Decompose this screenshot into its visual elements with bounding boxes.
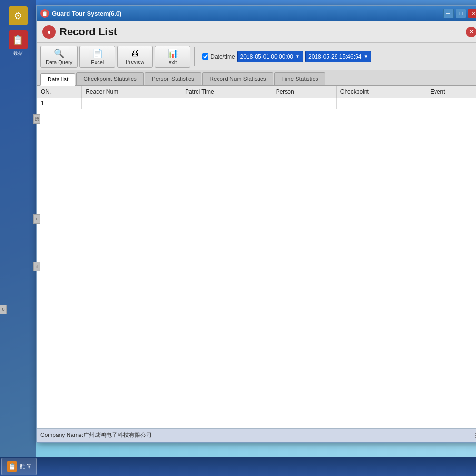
resize-handle[interactable]: ⋮ xyxy=(472,432,476,439)
excel-label: Excel xyxy=(91,60,104,65)
data-query-button[interactable]: 🔍 Data Query xyxy=(40,46,78,68)
tab-person-statistics[interactable]: Person Statistics xyxy=(145,72,201,85)
side-marker-t: t xyxy=(33,214,40,224)
minimize-button[interactable]: ─ xyxy=(443,9,454,18)
cell-reader-num xyxy=(82,98,181,109)
restore-button[interactable]: □ xyxy=(456,9,466,18)
col-checkpoint: Checkpoint xyxy=(336,86,426,98)
cell-person xyxy=(272,98,336,109)
cell-checkpoint xyxy=(336,98,426,109)
table-header-row: ON. Reader Num Patrol Time Person Checkp… xyxy=(37,86,476,98)
excel-icon: 📄 xyxy=(92,48,103,59)
tab-time-statistics[interactable]: Time Statistics xyxy=(274,72,326,85)
panel-title-bar: ● Record List ✕ xyxy=(37,21,476,43)
date-to-value: 2018-05-29 15:46:54 xyxy=(308,53,361,60)
main-window: 📋 Guard Tour System(6.0) ─ □ ✕ ● Record … xyxy=(36,5,476,443)
tab-person-statistics-label: Person Statistics xyxy=(152,76,194,82)
tab-data-list-label: Data list xyxy=(48,76,68,83)
col-on: ON. xyxy=(37,86,82,98)
date-from-value: 2018-05-01 00:00:00 xyxy=(240,53,293,60)
tab-time-statistics-label: Time Statistics xyxy=(281,76,318,82)
cell-patrol-time xyxy=(181,98,272,109)
tab-record-num-statistics-label: Record Num Statistics xyxy=(209,76,266,82)
tab-checkpoint-statistics[interactable]: Checkpoint Statistics xyxy=(76,72,143,85)
cell-on: 1 xyxy=(37,98,82,109)
tab-record-num-statistics[interactable]: Record Num Statistics xyxy=(202,72,273,85)
company-name: Company Name:广州成鸿电子科技有限公司 xyxy=(40,431,152,439)
title-bar-left: 📋 Guard Tour System(6.0) xyxy=(40,9,121,18)
date-to-input[interactable]: 2018-05-29 15:46:54 ▼ xyxy=(305,51,371,62)
toolbar-separator xyxy=(194,47,195,66)
tabs-bar: Data list Checkpoint Statistics Person S… xyxy=(37,70,476,86)
close-button[interactable]: ✕ xyxy=(468,9,476,18)
date-to-dropdown-icon: ▼ xyxy=(363,54,368,59)
data-icon: 📋 xyxy=(9,30,28,49)
sidebar: ⚙ 📋 数据 xyxy=(0,0,36,457)
taskbar-item-label: 酷何 xyxy=(20,463,31,471)
taskbar: 📋 酷何 xyxy=(0,457,476,476)
col-event: Event xyxy=(426,86,476,98)
preview-label: Preview xyxy=(126,59,144,65)
sidebar-label-data: 数据 xyxy=(13,50,23,57)
toolbar: 🔍 Data Query 📄 Excel 🖨 Preview 📊 exit Da… xyxy=(37,43,476,70)
data-table-container: ON. Reader Num Patrol Time Person Checkp… xyxy=(37,86,476,428)
cell-event xyxy=(426,98,476,109)
date-from-dropdown-icon: ▼ xyxy=(295,54,300,59)
datetime-checkbox-label: Date/time xyxy=(202,53,235,60)
sidebar-icon-gear[interactable]: ⚙ xyxy=(5,2,31,29)
title-controls: ─ □ ✕ xyxy=(443,9,476,18)
datetime-container: Date/time 2018-05-01 00:00:00 ▼ 2018-05-… xyxy=(202,51,371,62)
datetime-checkbox[interactable] xyxy=(202,53,208,60)
exit-label: exit xyxy=(169,60,177,65)
preview-button[interactable]: 🖨 Preview xyxy=(117,46,153,68)
tab-data-list[interactable]: Data list xyxy=(40,73,75,86)
search-icon: 🔍 xyxy=(54,48,64,59)
preview-icon: 🖨 xyxy=(131,48,139,58)
side-marker-search: 搜 xyxy=(33,114,40,124)
table-row: 1 xyxy=(37,98,476,109)
taskbar-item[interactable]: 📋 酷何 xyxy=(1,458,37,475)
exit-button[interactable]: 📊 exit xyxy=(155,46,190,68)
panel-close-button[interactable]: ✕ xyxy=(466,27,476,37)
gear-icon: ⚙ xyxy=(9,6,28,25)
panel-title: Record List xyxy=(60,26,117,38)
title-bar: 📋 Guard Tour System(6.0) ─ □ ✕ xyxy=(37,6,476,21)
panel-icon: ● xyxy=(42,25,56,39)
data-table: ON. Reader Num Patrol Time Person Checkp… xyxy=(37,86,476,109)
col-person: Person xyxy=(272,86,336,98)
app-title: Guard Tour System(6.0) xyxy=(52,10,121,17)
excel-button[interactable]: 📄 Excel xyxy=(79,46,115,68)
status-bar: Company Name:广州成鸿电子科技有限公司 ⋮ xyxy=(37,428,476,442)
tab-checkpoint-statistics-label: Checkpoint Statistics xyxy=(83,76,136,82)
data-query-label: Data Query xyxy=(46,60,72,65)
side-marker-0: 0 xyxy=(0,305,7,314)
col-patrol-time: Patrol Time xyxy=(181,86,272,98)
col-reader-num: Reader Num xyxy=(82,86,181,98)
app-icon: 📋 xyxy=(40,9,49,18)
date-from-input[interactable]: 2018-05-01 00:00:00 ▼ xyxy=(237,51,303,62)
sidebar-icon-data[interactable]: 📋 数据 xyxy=(5,30,31,57)
exit-icon: 📊 xyxy=(168,48,178,59)
taskbar-icon: 📋 xyxy=(7,461,17,472)
side-marker-it: it xyxy=(33,262,40,271)
datetime-label: Date/time xyxy=(210,53,235,60)
